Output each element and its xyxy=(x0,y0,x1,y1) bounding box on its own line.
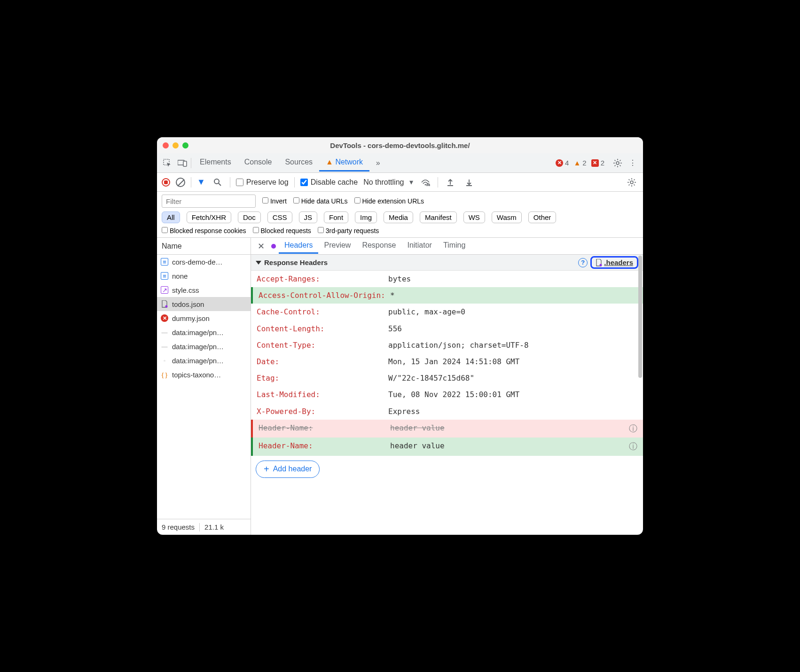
throttling-select[interactable]: No throttling xyxy=(363,178,404,187)
request-name: todos.json xyxy=(172,300,204,308)
request-row[interactable]: ✕dummy.json xyxy=(157,311,251,325)
network-conditions-icon[interactable] xyxy=(419,176,432,189)
filter-chip-wasm[interactable]: Wasm xyxy=(492,211,522,223)
header-value: 556 xyxy=(388,322,637,335)
svg-line-5 xyxy=(219,183,221,186)
device-icon[interactable] xyxy=(176,156,189,170)
close-detail-icon[interactable]: ✕ xyxy=(254,241,268,251)
header-row: Header-Name:header valueⓘ xyxy=(251,438,643,456)
request-name: style.css xyxy=(172,286,199,294)
request-row[interactable]: —data:image/pn… xyxy=(157,339,251,353)
header-row: Header-Name:header valueⓘ xyxy=(251,420,643,438)
tab-console[interactable]: Console xyxy=(238,154,279,172)
request-name: dummy.json xyxy=(172,314,210,322)
help-icon[interactable]: ? xyxy=(578,258,588,267)
preserve-log-checkbox[interactable]: Preserve log xyxy=(236,178,289,187)
record-icon[interactable] xyxy=(162,178,170,187)
name-column-header[interactable]: Name xyxy=(157,238,251,255)
request-row[interactable]: todos.json xyxy=(157,297,251,311)
hide-extension-urls-checkbox[interactable]: Hide extension URLs xyxy=(354,197,424,205)
hide-data-urls-checkbox[interactable]: Hide data URLs xyxy=(293,197,348,205)
header-name: Etag: xyxy=(257,372,388,384)
window-title: DevTools - cors-demo-devtools.glitch.me/ xyxy=(157,141,643,149)
header-name: Last-Modified: xyxy=(257,388,388,401)
file-icon xyxy=(596,259,602,266)
kebab-icon[interactable]: ⋮ xyxy=(626,156,639,170)
third-party-checkbox[interactable]: 3rd-party requests xyxy=(318,227,379,234)
svg-rect-2 xyxy=(183,161,187,166)
gear-icon[interactable] xyxy=(611,156,624,170)
filter-chip-manifest[interactable]: Manifest xyxy=(420,211,457,223)
filter-chip-img[interactable]: Img xyxy=(355,211,377,223)
inspect-icon[interactable] xyxy=(161,156,174,170)
header-name: Content-Length: xyxy=(257,322,388,335)
panel-gear-icon[interactable] xyxy=(625,176,638,189)
plus-icon: + xyxy=(264,464,269,475)
filter-icon[interactable]: ▼ xyxy=(197,177,205,187)
network-toolbar: ▼ Preserve log Disable cache No throttli… xyxy=(157,173,643,192)
header-row: Accept-Ranges:bytes xyxy=(251,271,643,287)
search-icon[interactable] xyxy=(211,176,224,189)
header-name: Header-Name: xyxy=(259,422,390,436)
detail-tab-initiator[interactable]: Initiator xyxy=(401,238,437,254)
blocked-requests-checkbox[interactable]: Blocked requests xyxy=(253,227,311,234)
upload-icon[interactable] xyxy=(444,176,457,189)
header-name: X-Powered-By: xyxy=(257,405,388,418)
info-icon[interactable]: ⓘ xyxy=(629,422,637,436)
add-header-button[interactable]: +Add header xyxy=(256,461,320,478)
request-row[interactable]: ≡cors-demo-de… xyxy=(157,255,251,269)
header-value: W/"22c-18457c15d68" xyxy=(388,372,637,384)
request-row[interactable]: ▫data:image/pn… xyxy=(157,353,251,367)
blocked-cookies-checkbox[interactable]: Blocked response cookies xyxy=(162,227,246,234)
filter-chip-media[interactable]: Media xyxy=(384,211,413,223)
request-row[interactable]: { }topics-taxono… xyxy=(157,367,251,382)
header-row: Cache-Control:public, max-age=0 xyxy=(251,304,643,320)
tab-network[interactable]: ▲ Network xyxy=(319,154,369,172)
detail-tab-response[interactable]: Response xyxy=(356,238,401,254)
tab-sources[interactable]: Sources xyxy=(278,154,319,172)
network-main: Name ≡cors-demo-de…≡none↗style.csstodos.… xyxy=(157,238,643,535)
titlebar: DevTools - cors-demo-devtools.glitch.me/ xyxy=(157,137,643,153)
request-detail-panel: ✕ HeadersPreviewResponseInitiatorTiming … xyxy=(251,238,643,535)
filter-chip-fetchxhr[interactable]: Fetch/XHR xyxy=(187,211,231,223)
filter-chip-all[interactable]: All xyxy=(162,211,180,223)
scrollbar[interactable] xyxy=(638,256,642,378)
error-counters[interactable]: ✕4 ▲2 ✕2 xyxy=(556,159,604,167)
request-row[interactable]: ↗style.css xyxy=(157,283,251,297)
filter-chip-other[interactable]: Other xyxy=(528,211,557,223)
filter-chip-css[interactable]: CSS xyxy=(267,211,292,223)
svg-point-10 xyxy=(600,264,602,266)
headers-override-link[interactable]: .headers xyxy=(590,256,638,269)
filter-input[interactable] xyxy=(162,195,256,208)
filter-chip-font[interactable]: Font xyxy=(324,211,348,223)
header-value: Mon, 15 Jan 2024 14:51:08 GMT xyxy=(388,355,637,368)
chevron-down-icon[interactable]: ▾ xyxy=(409,178,413,187)
detail-tab-headers[interactable]: Headers xyxy=(279,238,318,254)
filter-chip-ws[interactable]: WS xyxy=(463,211,485,223)
warning-icon: ▲ xyxy=(326,158,333,166)
tab-elements[interactable]: Elements xyxy=(193,154,238,172)
disclosure-triangle-icon[interactable] xyxy=(256,261,261,265)
response-headers-section[interactable]: Response Headers ? .headers xyxy=(251,255,643,271)
download-icon[interactable] xyxy=(463,176,476,189)
detail-tab-preview[interactable]: Preview xyxy=(318,238,356,254)
header-value: bytes xyxy=(388,273,637,285)
request-row[interactable]: ≡none xyxy=(157,269,251,283)
invert-checkbox[interactable]: Invert xyxy=(262,197,287,205)
info-icon[interactable]: ⓘ xyxy=(629,439,637,454)
header-value: application/json; charset=UTF-8 xyxy=(388,339,637,352)
detail-tab-timing[interactable]: Timing xyxy=(438,238,471,254)
disable-cache-checkbox[interactable]: Disable cache xyxy=(300,178,358,187)
transfer-size: 21.1 k xyxy=(204,523,224,531)
header-value: * xyxy=(390,289,637,302)
header-value: header value xyxy=(390,422,625,436)
override-dot-icon xyxy=(271,244,276,249)
request-name: none xyxy=(172,272,188,280)
filter-chip-doc[interactable]: Doc xyxy=(238,211,261,223)
more-tabs-icon[interactable]: » xyxy=(371,156,384,170)
request-row[interactable]: —data:image/pn… xyxy=(157,325,251,339)
devtools-window: DevTools - cors-demo-devtools.glitch.me/… xyxy=(157,137,643,535)
svg-point-8 xyxy=(630,181,633,184)
clear-icon[interactable] xyxy=(176,178,185,187)
filter-chip-js[interactable]: JS xyxy=(299,211,318,223)
